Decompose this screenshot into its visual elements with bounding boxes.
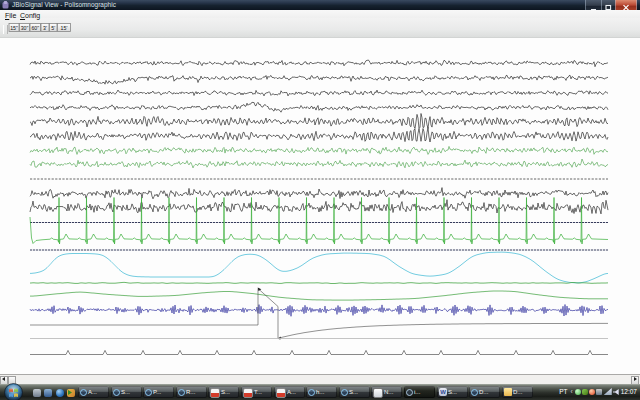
svg-text:5': 5': [51, 25, 55, 31]
svg-text:60": 60": [31, 25, 39, 31]
svg-text:15": 15": [10, 25, 18, 31]
svg-text:15': 15': [61, 25, 68, 31]
svg-text:3': 3': [43, 25, 47, 31]
svg-text:30": 30": [21, 25, 29, 31]
